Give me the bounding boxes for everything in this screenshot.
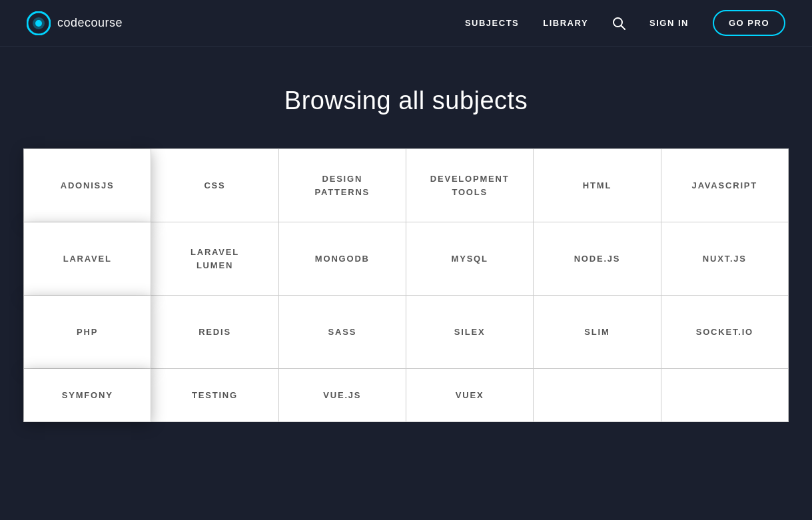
- nav-subjects[interactable]: SUBJECTS: [465, 18, 519, 28]
- grid-cell[interactable]: CSS: [151, 149, 278, 222]
- cell-label: PHP: [77, 326, 98, 339]
- grid-cell[interactable]: [534, 369, 661, 422]
- grid-cell[interactable]: PHP: [24, 296, 151, 369]
- main-nav: SUBJECTS LIBRARY SIGN IN GO PRO: [465, 10, 785, 36]
- grid-cell[interactable]: MONGODB: [279, 222, 406, 296]
- cell-label: NODE.JS: [574, 252, 621, 266]
- logo[interactable]: codecourse: [27, 11, 123, 35]
- cell-label: SASS: [328, 326, 357, 339]
- cell-label: VUE.JS: [323, 389, 361, 402]
- cell-label: LARAVELLUMEN: [191, 246, 239, 272]
- cell-label: REDIS: [199, 326, 231, 339]
- cell-label: VUEX: [456, 389, 484, 402]
- subjects-grid: ADONISJSCSSDESIGNPATTERNSDEVELOPMENTTOOL…: [23, 148, 789, 422]
- grid-cell[interactable]: SOCKET.IO: [661, 296, 789, 369]
- grid-cell[interactable]: SILEX: [406, 296, 534, 369]
- cell-label: MYSQL: [452, 252, 488, 266]
- grid-cell[interactable]: SLIM: [534, 296, 661, 369]
- cell-label: SILEX: [454, 326, 486, 339]
- logo-icon: [27, 11, 51, 35]
- cell-label: TESTING: [192, 389, 238, 402]
- grid-cell[interactable]: DESIGNPATTERNS: [279, 149, 406, 222]
- grid-cell[interactable]: NODE.JS: [534, 222, 661, 296]
- grid-cell[interactable]: ADONISJS: [24, 149, 151, 222]
- grid-cell[interactable]: SASS: [279, 296, 406, 369]
- grid-cell[interactable]: VUEX: [406, 369, 534, 422]
- header: codecourse SUBJECTS LIBRARY SIGN IN GO P…: [0, 0, 812, 47]
- grid-cell[interactable]: JAVASCRIPT: [661, 149, 789, 222]
- grid-cell[interactable]: TESTING: [151, 369, 278, 422]
- grid-cell[interactable]: VUE.JS: [279, 369, 406, 422]
- hero-section: Browsing all subjects: [0, 47, 812, 148]
- search-button[interactable]: [612, 17, 625, 30]
- cell-label: ADONISJS: [61, 179, 115, 192]
- go-pro-button[interactable]: GO PRO: [713, 10, 785, 36]
- cell-label: LARAVEL: [63, 252, 112, 266]
- grid-cell[interactable]: SYMFONY: [24, 369, 151, 422]
- nav-library[interactable]: LIBRARY: [543, 18, 588, 28]
- logo-text: codecourse: [57, 16, 123, 30]
- cell-label: DEVELOPMENTTOOLS: [430, 172, 510, 198]
- cell-label: SYMFONY: [62, 389, 113, 402]
- cell-label: JAVASCRIPT: [692, 179, 757, 192]
- cell-label: NUXT.JS: [703, 252, 747, 266]
- grid-cell[interactable]: HTML: [534, 149, 661, 222]
- cell-label: CSS: [204, 179, 225, 192]
- svg-point-2: [35, 20, 42, 27]
- sign-in-link[interactable]: SIGN IN: [649, 18, 689, 28]
- cell-label: HTML: [583, 179, 611, 192]
- grid-cell[interactable]: DEVELOPMENTTOOLS: [406, 149, 534, 222]
- grid-cell[interactable]: LARAVEL: [24, 222, 151, 296]
- cell-label: SLIM: [584, 326, 609, 339]
- grid-cell[interactable]: REDIS: [151, 296, 278, 369]
- cell-label: DESIGNPATTERNS: [315, 172, 370, 198]
- svg-line-4: [621, 25, 625, 29]
- cell-label: MONGODB: [315, 252, 370, 266]
- subjects-grid-container: ADONISJSCSSDESIGNPATTERNSDEVELOPMENTTOOL…: [0, 148, 812, 422]
- cell-label: SOCKET.IO: [696, 326, 753, 339]
- search-icon: [612, 17, 625, 30]
- grid-cell[interactable]: NUXT.JS: [661, 222, 789, 296]
- grid-cell[interactable]: [661, 369, 789, 422]
- page-title: Browsing all subjects: [27, 87, 785, 115]
- grid-cell[interactable]: LARAVELLUMEN: [151, 222, 278, 296]
- grid-cell[interactable]: MYSQL: [406, 222, 534, 296]
